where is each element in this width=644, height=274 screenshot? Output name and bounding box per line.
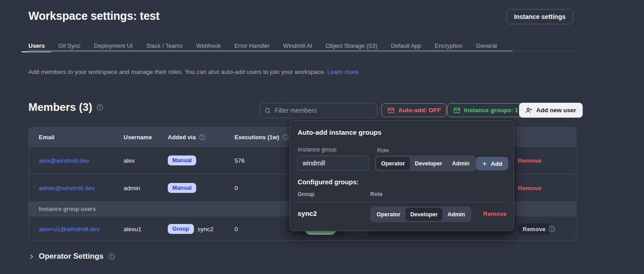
instance-groups-label: Instance groups: 1 [464, 107, 518, 114]
instance-group-input[interactable] [297, 155, 369, 171]
username-cell: alex [124, 157, 135, 164]
filter-members-input[interactable] [275, 107, 373, 114]
new-group-role-selector: Operator Developer Admin [375, 155, 476, 171]
remove-configured-group-button[interactable]: Remove [483, 210, 507, 217]
executions-cell: 0 [235, 185, 238, 192]
auto-add-label: Auto-add: OFF [398, 107, 441, 114]
members-heading-label: Members (3) [28, 101, 92, 114]
remove-user-button[interactable]: Remove [518, 185, 542, 192]
page-title: Workspace settings: test [28, 9, 160, 23]
group-name-cell: sync2 [198, 225, 213, 232]
configured-group-role-selector: Operator Developer Admin [370, 206, 471, 222]
instance-settings-button[interactable]: Instance settings [506, 9, 573, 24]
filter-members-box [259, 103, 377, 118]
added-via-cell: Manual [168, 183, 196, 193]
role-option-developer[interactable]: Developer [410, 157, 447, 170]
operator-settings-label: Operator Settings [39, 252, 104, 261]
instance-group-label: Instance group [298, 146, 336, 153]
remove-user-button-disabled[interactable]: Remove [518, 223, 551, 234]
executions-info-icon[interactable] [282, 134, 289, 140]
search-icon [264, 107, 271, 114]
role-label: Role [377, 147, 389, 154]
auto-add-instance-groups-popup: Auto-add instance groups Instance group … [290, 120, 514, 231]
role-option-operator[interactable]: Operator [376, 157, 410, 170]
header-username: Username [124, 134, 152, 141]
group-column-label: Group [298, 191, 315, 197]
executions-cell: 0 [235, 225, 238, 232]
plus-icon [482, 161, 488, 167]
username-cell: admin [124, 185, 140, 192]
tabs-scrollbar[interactable] [28, 50, 513, 52]
added-via-badge: Manual [168, 183, 196, 193]
members-info-icon[interactable] [97, 104, 103, 111]
header-executions: Executions (1w) [235, 134, 289, 141]
user-plus-icon [525, 107, 533, 114]
email-link[interactable]: alex@windmill.dev [39, 157, 89, 164]
popup-divider [297, 202, 507, 202]
learn-more-link[interactable]: Learn more. [327, 68, 360, 75]
email-link[interactable]: alex+u1@windmill.dev [39, 225, 100, 232]
email-link[interactable]: admin@windmill.dev [39, 185, 95, 192]
configured-groups-heading: Configured groups: [298, 178, 359, 186]
role-option-operator[interactable]: Operator [372, 208, 405, 221]
instance-settings-label: Instance settings [514, 13, 566, 20]
mail-icon [453, 107, 460, 114]
role-option-admin[interactable]: Admin [447, 157, 474, 170]
executions-cell: 576 [235, 157, 245, 164]
added-via-cell: Manual [168, 155, 196, 165]
added-via-info-icon[interactable] [199, 134, 205, 140]
add-new-user-label: Add new user [536, 107, 576, 114]
added-via-badge: Group [168, 224, 194, 234]
header-added-via: Added via [168, 134, 205, 141]
add-group-label: Add [491, 160, 502, 167]
username-cell: alexu1 [124, 225, 142, 232]
added-via-cell: Group [168, 224, 194, 234]
instance-groups-button[interactable]: Instance groups: 1 [447, 103, 524, 117]
members-heading: Members (3) [28, 101, 103, 114]
intro-text: Add members to your workspace and manage… [28, 68, 360, 75]
remove-info-icon[interactable] [548, 225, 555, 232]
mail-icon [387, 107, 395, 114]
remove-user-button[interactable]: Remove [518, 157, 542, 164]
added-via-badge: Manual [168, 155, 196, 165]
auto-add-button[interactable]: Auto-add: OFF [381, 103, 447, 117]
intro-description: Add members to your workspace and manage… [28, 68, 326, 75]
header-email: Email [39, 134, 55, 141]
role-option-developer[interactable]: Developer [405, 208, 442, 221]
role-option-admin[interactable]: Admin [442, 208, 470, 221]
role-column-label: Role [370, 191, 382, 197]
configured-group-name: sync2 [298, 210, 317, 217]
add-group-button[interactable]: Add [476, 157, 508, 170]
chevron-right-icon [28, 254, 34, 260]
operator-settings-info-icon[interactable] [108, 253, 115, 260]
popup-title: Auto-add instance groups [298, 128, 382, 136]
operator-settings-toggle[interactable]: Operator Settings [28, 252, 115, 261]
add-new-user-button[interactable]: Add new user [519, 103, 583, 118]
section-label: Instance group users [39, 206, 96, 212]
